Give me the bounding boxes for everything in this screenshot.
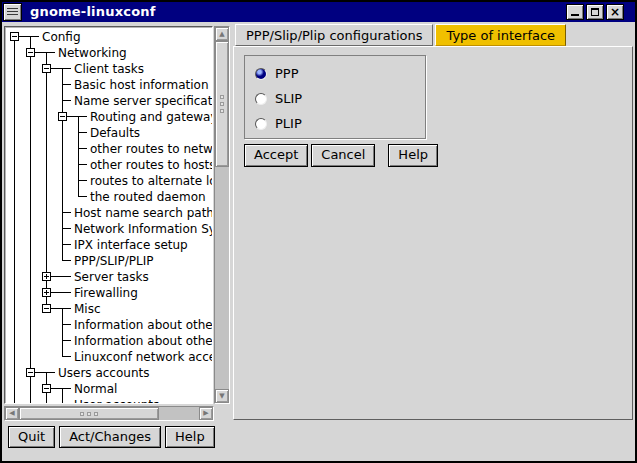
tree-item[interactable]: Server tasks — [7, 269, 212, 285]
scroll-left-button[interactable]: ◀ — [5, 407, 19, 420]
tree-item[interactable]: Linuxconf network access — [7, 349, 212, 365]
tree-guide — [39, 237, 55, 253]
scroll-right-button[interactable]: ▶ — [199, 407, 213, 420]
tree-item[interactable]: Routing and gateways — [7, 109, 212, 125]
radio-group: PPPSLIPPLIP — [244, 55, 426, 139]
tree-guide — [39, 173, 55, 189]
tree-item[interactable]: Client tasks — [7, 61, 212, 77]
tree-item[interactable]: Information about other hosts — [7, 317, 212, 333]
bottom-button-bar: QuitAct/ChangesHelp — [8, 426, 215, 448]
tree-item[interactable]: Network Information System — [7, 221, 212, 237]
act-changes-button[interactable]: Act/Changes — [59, 426, 161, 448]
quit-button[interactable]: Quit — [8, 426, 55, 448]
radio-unselected-icon[interactable] — [255, 118, 267, 130]
tree-guide — [39, 189, 55, 205]
tree-guide — [55, 301, 71, 317]
tree-item[interactable]: IPX interface setup — [7, 237, 212, 253]
tree-item[interactable]: the routed daemon — [7, 189, 212, 205]
tab-bar: PPP/Slip/Plip configurationsType of inte… — [233, 24, 633, 46]
scroll-down-button[interactable]: ▼ — [215, 389, 229, 403]
horizontal-scrollbar[interactable]: ◀ ▶ — [4, 406, 214, 421]
tree-item[interactable]: Defaults — [7, 125, 212, 141]
tree-item[interactable]: Config — [7, 29, 212, 45]
tree-expander-plus-icon[interactable] — [39, 285, 55, 301]
tree-guide — [7, 93, 23, 109]
hamburger-icon — [7, 8, 18, 17]
radio-option-ppp[interactable]: PPP — [255, 61, 425, 86]
tree-item[interactable]: routes to alternate local nets — [7, 173, 212, 189]
tree-item[interactable]: PPP/SLIP/PLIP — [7, 253, 212, 269]
close-button[interactable]: × — [606, 4, 624, 20]
tree-guide — [71, 141, 87, 157]
tree-expander-minus-icon[interactable] — [39, 61, 55, 77]
titlebar[interactable]: gnome-linuxconf × — [2, 2, 635, 22]
tree-guide — [39, 93, 55, 109]
tree-item[interactable]: Firewalling — [7, 285, 212, 301]
tree-expander-minus-icon[interactable] — [39, 381, 55, 397]
radio-selected-icon[interactable] — [255, 68, 267, 80]
tree-item[interactable]: Users accounts — [7, 365, 212, 381]
tab-type-of-interface[interactable]: Type of interface — [435, 24, 566, 46]
vertical-scrollbar-thumb[interactable] — [215, 41, 229, 167]
tree-item-label: User accounts — [71, 398, 159, 404]
tree-guide — [23, 173, 39, 189]
accept-button[interactable]: Accept — [244, 144, 308, 167]
tree-item[interactable]: Misc — [7, 301, 212, 317]
tree-item[interactable]: Basic host information — [7, 77, 212, 93]
radio-label: PPP — [275, 66, 299, 81]
tree-guide — [7, 109, 23, 125]
tree-guide — [71, 125, 87, 141]
tree-expander-plus-icon[interactable] — [39, 269, 55, 285]
cancel-button[interactable]: Cancel — [311, 144, 375, 167]
tree-guide — [55, 77, 71, 93]
scroll-up-button[interactable]: ▲ — [215, 27, 229, 41]
tree-expander-minus-icon[interactable] — [7, 29, 23, 45]
tree-guide — [55, 125, 71, 141]
tree-guide — [39, 77, 55, 93]
tree-guide — [55, 285, 71, 301]
tree-guide — [7, 221, 23, 237]
tree-guide — [55, 397, 71, 404]
tree-expander-minus-icon[interactable] — [55, 109, 71, 125]
minimize-button[interactable] — [566, 4, 584, 20]
tree-item[interactable]: Networking — [7, 45, 212, 61]
radio-option-plip[interactable]: PLIP — [255, 111, 425, 136]
tree-guide — [39, 125, 55, 141]
tree-guide — [7, 125, 23, 141]
tree-guide — [71, 157, 87, 173]
close-icon: × — [607, 5, 623, 19]
help-button[interactable]: Help — [388, 144, 438, 167]
tree-guide — [7, 397, 23, 404]
tree-item[interactable]: Information about other networks — [7, 333, 212, 349]
help-button[interactable]: Help — [165, 426, 215, 448]
tree-view[interactable]: ConfigNetworkingClient tasksBasic host i… — [4, 26, 213, 404]
radio-option-slip[interactable]: SLIP — [255, 86, 425, 111]
tree-guide — [39, 221, 55, 237]
window-menu-button[interactable] — [3, 3, 22, 21]
tree-expander-minus-icon[interactable] — [23, 45, 39, 61]
tree-item-label: Network Information System — [71, 222, 213, 236]
tree-guide — [55, 317, 71, 333]
tree-guide — [7, 189, 23, 205]
tree-item[interactable]: other routes to networks — [7, 141, 212, 157]
tree-guide — [39, 109, 55, 125]
tree-item-label: Routing and gateways — [87, 110, 213, 124]
tree-expander-minus-icon[interactable] — [23, 365, 39, 381]
tree-guide — [7, 365, 23, 381]
window-title: gnome-linuxconf — [30, 2, 156, 22]
vertical-scrollbar[interactable]: ▲ ▼ — [214, 26, 230, 404]
tree-item[interactable]: Host name search path — [7, 205, 212, 221]
tree-spacer — [39, 333, 55, 349]
tree-item[interactable]: Name server specification (DNS) — [7, 93, 212, 109]
tab-ppp-slip-plip-configurations[interactable]: PPP/Slip/Plip configurations — [235, 24, 433, 46]
horizontal-scrollbar-thumb[interactable] — [19, 407, 159, 420]
tree-item-label: Information about other networks — [71, 334, 213, 348]
radio-unselected-icon[interactable] — [255, 93, 267, 105]
tree-guide — [55, 173, 71, 189]
tree-item[interactable]: other routes to hosts — [7, 157, 212, 173]
tree-item[interactable]: User accounts — [7, 397, 212, 404]
tree-guide — [55, 381, 71, 397]
tree-expander-minus-icon[interactable] — [39, 301, 55, 317]
tree-item[interactable]: Normal — [7, 381, 212, 397]
maximize-button[interactable] — [586, 4, 604, 20]
